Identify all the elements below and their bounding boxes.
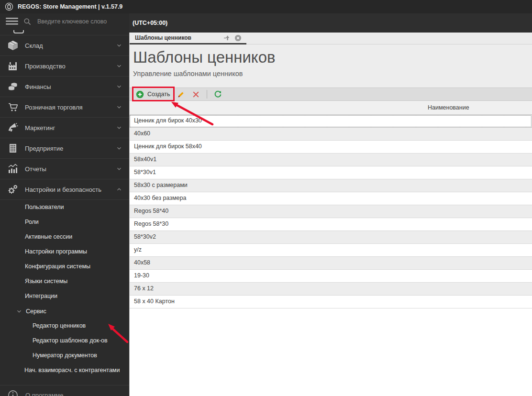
create-button-label: Создать	[147, 91, 170, 98]
partially-scrolled-menu-icon	[0, 29, 129, 35]
sidebar-subitem[interactable]: Пользователи	[0, 200, 129, 215]
sidebar-item-label: Производство	[25, 63, 116, 70]
page-subtitle: Управление шаблонами ценников	[133, 70, 532, 77]
service-submenu: Редактор ценниковРедактор шаблонов док-о…	[0, 319, 129, 363]
table-row[interactable]: Regos 58*40	[129, 205, 532, 218]
service-group-label: Сервис	[26, 308, 46, 315]
sidebar-item-counterparty-settlements[interactable]: Нач. взаиморасч. с контрагентами	[0, 363, 129, 378]
box-icon	[7, 40, 19, 51]
sidebar-menu: СкладПроизводствоФинансыРозничная торгов…	[0, 35, 129, 200]
table-row[interactable]: 58*30v1	[129, 166, 532, 179]
table-header[interactable]: Наименование	[129, 101, 532, 115]
create-button[interactable]: Создать	[133, 89, 174, 99]
table-row[interactable]: y/z	[129, 244, 532, 257]
chevron-down-icon	[16, 308, 22, 315]
delete-x-icon	[192, 90, 200, 99]
chevron-down-icon	[116, 124, 122, 131]
table-row[interactable]: Ценник для бирок 40x30	[129, 115, 532, 128]
settings-submenu: ПользователиРолиАктивные сессииНастройки…	[0, 200, 129, 304]
chevron-down-icon	[116, 165, 122, 172]
table-row[interactable]: Ценник для бирок 58x40	[129, 141, 532, 154]
sidebar-search-row	[0, 13, 129, 29]
about-label: О программе	[25, 392, 64, 396]
table-row[interactable]: 58x40v1	[129, 154, 532, 166]
table-row[interactable]: 40x60	[129, 128, 532, 141]
gears-icon	[7, 184, 19, 195]
table-body: Ценник для бирок 40x3040x60Ценник для би…	[129, 115, 532, 308]
sidebar-subitem[interactable]: Роли	[0, 215, 129, 230]
search-icon	[23, 18, 31, 25]
sidebar-item-label: Настройки и безопасность	[25, 186, 116, 193]
table-header-label: Наименование	[428, 104, 469, 111]
sidebar-item-gears[interactable]: Настройки и безопасность	[0, 179, 129, 199]
sidebar-item-factory[interactable]: Производство	[0, 55, 129, 76]
toolbar-separator	[207, 90, 207, 99]
sidebar-item-label: Предприятие	[25, 145, 116, 152]
table-row[interactable]: Regos 58*30	[129, 218, 532, 231]
app-title: REGOS: Store Management | v.1.57.9	[18, 3, 122, 10]
tab-label: Шаблоны ценников	[135, 34, 219, 41]
chart-icon	[7, 163, 19, 175]
table-row[interactable]: 76 x 12	[129, 283, 532, 296]
sidebar-item-service-group[interactable]: Сервис	[0, 304, 129, 319]
table-row[interactable]: 19-30	[129, 270, 532, 283]
factory-icon	[7, 60, 19, 72]
sidebar: СкладПроизводствоФинансыРозничная торгов…	[0, 13, 129, 396]
sidebar-item-label: Финансы	[25, 83, 116, 90]
hamburger-menu-icon[interactable]	[6, 18, 18, 25]
sidebar-subitem[interactable]: Интеграции	[0, 289, 129, 304]
toolbar: Создать	[129, 88, 532, 101]
refresh-icon	[214, 90, 222, 99]
main-content: (UTC+05:00) Шаблоны ценников Шаблоны цен…	[129, 13, 532, 396]
sidebar-item-label: Маркетинг	[25, 124, 116, 132]
coins-icon	[7, 81, 19, 92]
table-row[interactable]: 40x58	[129, 257, 532, 270]
sidebar-subitem-service[interactable]: Редактор шаблонов док-ов	[0, 333, 129, 348]
timezone-label: (UTC+05:00)	[133, 20, 167, 26]
delete-button[interactable]	[188, 89, 203, 99]
table-row[interactable]: 58 x 40 Картон	[129, 296, 532, 308]
page-header: Шаблоны ценников Управление шаблонами це…	[129, 44, 532, 88]
sidebar-item-label: Отчеты	[25, 165, 116, 173]
chevron-down-icon	[116, 83, 122, 90]
chevron-down-icon	[116, 42, 122, 49]
table-row[interactable]: 58*30v2	[129, 231, 532, 244]
tab-price-tag-templates[interactable]: Шаблоны ценников	[129, 33, 246, 44]
search-input[interactable]	[36, 18, 120, 25]
plus-circle-icon	[136, 90, 144, 99]
megaphone-icon	[7, 122, 19, 133]
sidebar-item-coins[interactable]: Финансы	[0, 76, 129, 97]
close-tab-icon[interactable]	[234, 34, 242, 42]
sidebar-item-building[interactable]: Предприятие	[0, 138, 129, 158]
sidebar-item-megaphone[interactable]: Маркетинг	[0, 117, 129, 138]
chevron-down-icon	[116, 104, 122, 110]
cart-icon	[7, 101, 19, 113]
sidebar-subitem[interactable]: Активные сессии	[0, 230, 129, 244]
sidebar-subitem[interactable]: Конфигурация системы	[0, 259, 129, 274]
window-titlebar: REGOS: Store Management | v.1.57.9	[0, 0, 532, 13]
sidebar-subitem[interactable]: Настройки программы	[0, 244, 129, 259]
page-title: Шаблоны ценников	[133, 48, 532, 66]
content-top-band: (UTC+05:00)	[129, 13, 532, 33]
sidebar-item-chart[interactable]: Отчеты	[0, 158, 129, 179]
chevron-up-icon	[116, 186, 122, 193]
edit-button[interactable]	[174, 89, 188, 99]
chevron-down-icon	[116, 145, 122, 152]
table-row[interactable]: 40x30 без размера	[129, 192, 532, 205]
pencil-icon	[177, 90, 185, 99]
sidebar-subitem-service[interactable]: Нумератор документов	[0, 348, 129, 363]
sidebar-item-label: Розничная торговля	[25, 104, 116, 111]
refresh-button[interactable]	[211, 89, 225, 99]
regos-logo-icon	[5, 2, 13, 11]
table-row[interactable]: 58x30 с размерами	[129, 179, 532, 192]
sidebar-subitem-service[interactable]: Редактор ценников	[0, 319, 129, 333]
pin-icon[interactable]	[223, 34, 230, 42]
sidebar-item-cart[interactable]: Розничная торговля	[0, 97, 129, 117]
info-icon	[7, 389, 19, 396]
sidebar-item-box[interactable]: Склад	[0, 35, 129, 55]
chevron-down-icon	[116, 63, 122, 69]
tab-bar: Шаблоны ценников	[129, 33, 532, 44]
building-icon	[7, 143, 19, 154]
sidebar-item-about[interactable]: О программе	[0, 385, 129, 396]
sidebar-subitem[interactable]: Языки системы	[0, 274, 129, 289]
